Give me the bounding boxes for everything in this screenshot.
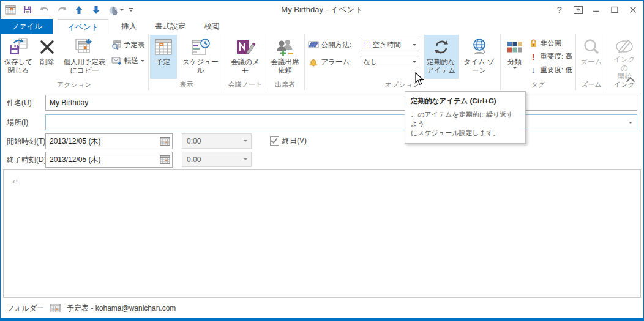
event-window: My Birthday - イベント ? ファイル イベント 挿入 書式設定 校… <box>0 0 644 321</box>
forward-button[interactable]: 転送 <box>111 54 145 67</box>
ribbon: 保存して 閉じる 削除 個人用予定表 にコピー <box>1 34 643 91</box>
invite-attendees-button[interactable]: 会議出席 依頼 <box>268 35 303 79</box>
status-bar: フォルダー 予定表 - kohama@wanichan.com <box>1 298 643 318</box>
group-meeting-notes-label: 会議ノート <box>228 79 263 90</box>
show-as-value: 空き時間 <box>373 40 410 50</box>
reminder-combo[interactable]: なし <box>361 56 419 68</box>
show-as-caret-icon <box>413 44 416 46</box>
lock-icon <box>530 39 537 48</box>
forward-caret-icon <box>141 60 144 62</box>
low-importance-icon: ↓ <box>530 65 537 75</box>
customize-qat-button[interactable] <box>128 6 134 14</box>
tab-file[interactable]: ファイル <box>1 19 53 34</box>
high-importance-icon: ! <box>530 52 537 62</box>
help-button[interactable]: ? <box>550 2 569 18</box>
group-zoom: ズーム ズーム <box>576 34 607 90</box>
tab-event[interactable]: イベント <box>58 19 108 35</box>
all-day-checkbox[interactable] <box>270 136 279 146</box>
time-zones-label: タイム ゾーン <box>462 57 497 75</box>
location-caret-icon[interactable] <box>624 122 637 124</box>
categorize-label: 分類 <box>507 57 522 66</box>
group-options-label: オプション <box>385 79 419 90</box>
tab-review[interactable]: 校閲 <box>195 19 228 34</box>
collapse-ribbon-button[interactable] <box>624 76 637 87</box>
delete-label: 削除 <box>40 57 54 66</box>
group-actions: 保存して 閉じる 削除 個人用予定表 にコピー <box>1 34 149 90</box>
undo-button[interactable] <box>37 3 52 17</box>
end-time-combo[interactable]: 0:00 <box>182 152 252 167</box>
group-tags-label: タグ <box>531 79 545 90</box>
private-label: 非公開 <box>541 39 562 48</box>
maximize-button[interactable] <box>605 2 624 18</box>
location-input[interactable] <box>46 118 624 127</box>
reminder-caret-icon <box>413 61 416 63</box>
scheduling-view-label: スケジュール <box>180 57 222 75</box>
time-zones-button[interactable]: タイム ゾーン <box>460 35 499 79</box>
appointment-view-button[interactable]: 予定 <box>150 35 177 79</box>
end-date-value: 2013/12/05 (木) <box>46 155 157 165</box>
redo-button[interactable] <box>54 3 69 17</box>
meeting-notes-button[interactable]: 会議のメモ <box>227 35 264 79</box>
schedule-icon <box>191 37 211 57</box>
save-button[interactable] <box>20 3 35 17</box>
copy-calendar-icon <box>74 37 95 57</box>
save-and-close-button[interactable]: 保存して 閉じる <box>2 35 35 79</box>
group-show-label: 表示 <box>180 79 193 90</box>
group-tags: 分類 非公開 ! 重要度: 高 ↓ <box>501 34 576 90</box>
categorize-button[interactable]: 分類 <box>502 35 528 79</box>
show-as-label: 公開方法: <box>321 40 361 50</box>
low-importance-button[interactable]: ↓ 重要度: 低 <box>530 64 572 76</box>
group-options: 公開方法: 空き時間 アラーム: なし <box>305 34 501 90</box>
folder-label: フォルダー <box>7 303 44 314</box>
end-date-picker-icon[interactable] <box>157 153 172 166</box>
private-button[interactable]: 非公開 <box>530 37 572 49</box>
calendar-button-label: 予定表 <box>124 40 145 50</box>
show-as-stripes-icon <box>308 40 319 49</box>
ribbon-display-options-button[interactable] <box>569 2 587 18</box>
delete-button[interactable]: 削除 <box>36 35 58 79</box>
recurrence-tooltip: 定期的なアイテム (Ctrl+G) このアイテムを定期的に繰り返すよう にスケジ… <box>405 91 526 144</box>
categorize-caret-icon <box>513 67 517 69</box>
delete-icon <box>39 37 55 57</box>
start-inking-button[interactable]: インクの 開始 <box>608 35 640 79</box>
start-date-picker-icon[interactable] <box>157 135 172 148</box>
start-date-value: 2013/12/05 (木) <box>46 136 157 147</box>
forward-envelope-icon <box>111 56 122 65</box>
folder-value: 予定表 - kohama@wanichan.com <box>67 303 176 314</box>
save-close-icon <box>8 37 29 57</box>
forward-button-label: 転送 <box>124 56 138 65</box>
recurrence-button[interactable]: 定期的な アイテム <box>424 35 459 79</box>
free-status-icon <box>364 42 370 48</box>
move-up-button[interactable] <box>72 3 86 17</box>
end-date-field[interactable]: 2013/12/05 (木) <box>45 152 173 168</box>
event-body-editor[interactable]: ↵ <box>3 169 641 298</box>
move-down-button[interactable] <box>89 3 103 17</box>
appointment-calendar-icon <box>154 37 173 57</box>
copy-to-personal-calendar-button[interactable]: 個人用予定表 にコピー <box>59 35 110 79</box>
group-show: 予定 スケジュール 表示 <box>149 34 225 90</box>
location-field-wrap <box>45 114 637 130</box>
tab-insert[interactable]: 挿入 <box>112 19 146 34</box>
paragraph-mark: ↵ <box>12 177 18 186</box>
chevron-up-icon <box>626 77 635 86</box>
minimize-button[interactable] <box>587 2 605 18</box>
onenote-icon <box>235 37 256 57</box>
scheduling-view-button[interactable]: スケジュール <box>178 35 223 79</box>
show-as-combo[interactable]: 空き時間 <box>361 39 419 51</box>
touch-mode-caret-icon <box>120 9 124 11</box>
zoom-button[interactable]: ズーム <box>577 35 605 79</box>
subject-label: 件名(U) <box>7 98 32 108</box>
high-importance-button[interactable]: ! 重要度: 高 <box>530 51 572 62</box>
appointment-view-label: 予定 <box>156 57 170 66</box>
start-time-combo[interactable]: 0:00 <box>182 133 252 149</box>
close-button[interactable] <box>624 2 642 18</box>
calendar-search-icon <box>111 40 121 50</box>
tab-format[interactable]: 書式設定 <box>146 19 195 34</box>
end-time-value: 0:00 <box>182 155 240 164</box>
group-attendees: 会議出席 依頼 出席者 <box>266 34 305 90</box>
calendar-button[interactable]: 予定表 <box>111 39 145 51</box>
start-date-field[interactable]: 2013/12/05 (木) <box>45 133 173 149</box>
touch-mouse-mode-button[interactable] <box>106 3 125 17</box>
zoom-magnifier-icon <box>582 37 601 57</box>
subject-input[interactable] <box>46 98 637 107</box>
